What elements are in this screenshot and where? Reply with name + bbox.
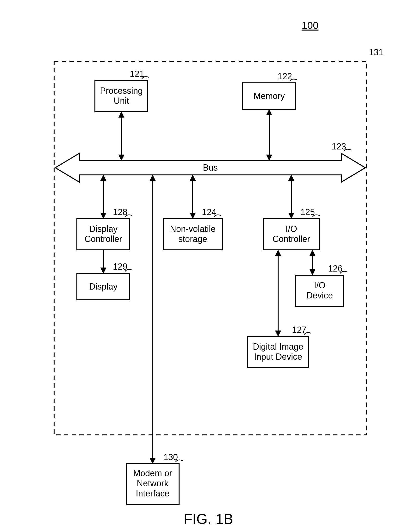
svg-text:Non-volatile: Non-volatile [170,224,216,234]
svg-text:125: 125 [301,207,315,217]
svg-text:122: 122 [278,71,292,81]
svg-text:Input Device: Input Device [254,352,302,362]
svg-text:129: 129 [113,262,127,272]
svg-marker-52 [275,250,281,256]
svg-text:I/O: I/O [314,280,325,290]
svg-marker-32 [190,213,196,219]
svg-text:121: 121 [130,69,144,79]
svg-text:I/O: I/O [286,224,297,234]
svg-marker-38 [288,175,294,181]
svg-text:Display: Display [89,282,117,291]
bus-label: Bus [203,163,218,173]
svg-marker-45 [310,250,315,256]
svg-text:Device: Device [306,290,333,300]
svg-text:Memory: Memory [254,91,285,101]
diagram-root: 100 131 Bus 123 Processing Unit 121 Memo… [0,0,417,532]
svg-marker-46 [310,269,315,275]
svg-marker-19 [100,175,106,181]
svg-text:Digital Image: Digital Image [253,342,303,352]
svg-text:127: 127 [292,325,306,335]
figure-label: FIG. 1B [184,511,233,527]
svg-text:Controller: Controller [272,234,310,244]
svg-text:Processing: Processing [100,86,143,96]
svg-marker-39 [288,213,294,219]
bus: Bus 123 [55,142,365,182]
svg-text:128: 128 [113,207,127,217]
svg-text:Unit: Unit [114,96,129,106]
svg-marker-20 [100,213,106,219]
boundary-ref: 131 [369,47,383,57]
svg-text:130: 130 [163,452,178,462]
svg-text:Modem or: Modem or [133,468,172,478]
svg-text:Network: Network [137,478,169,488]
memory: Memory 122 [243,71,297,109]
svg-text:124: 124 [202,207,216,217]
svg-marker-61 [150,458,156,464]
display: Display 129 [77,262,132,300]
svg-text:Interface: Interface [136,489,169,498]
svg-marker-13 [266,155,272,161]
svg-marker-12 [266,109,272,115]
svg-text:storage: storage [178,234,207,244]
svg-text:Controller: Controller [85,234,122,244]
figure-ref: 100 [302,20,318,31]
svg-marker-60 [150,175,156,181]
svg-marker-7 [118,155,124,161]
svg-marker-31 [190,175,196,181]
svg-text:126: 126 [328,264,343,274]
svg-marker-6 [118,112,124,117]
svg-marker-53 [275,331,281,337]
svg-text:Display: Display [89,224,117,234]
bus-ref: 123 [332,142,346,151]
svg-marker-25 [100,268,106,274]
io-device: I/O Device 126 [296,264,347,306]
processing-unit: Processing Unit 121 [95,69,149,112]
